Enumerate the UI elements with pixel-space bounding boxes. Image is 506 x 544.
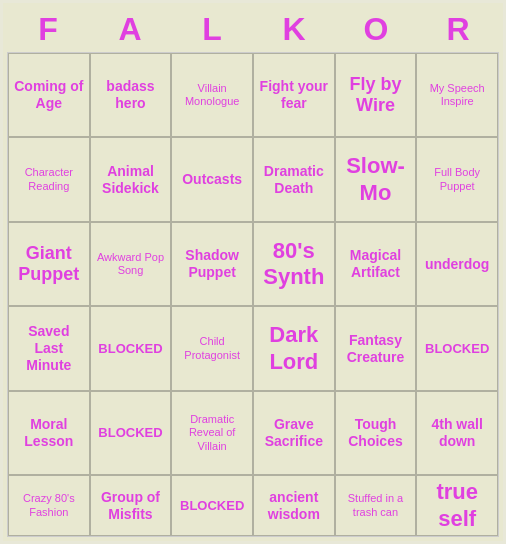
cell-21: Dark Lord (253, 306, 335, 390)
cell-7: Animal Sidekick (90, 137, 172, 221)
cell-23: BLOCKED (416, 306, 498, 390)
header-letter-k: K (256, 11, 332, 48)
cell-1: badass hero (90, 53, 172, 137)
cell-0: Coming of Age (8, 53, 90, 137)
cell-18: Saved Last Minute (8, 306, 90, 390)
cell-8: Outcasts (171, 137, 253, 221)
cell-33: ancient wisdom (253, 475, 335, 536)
cell-17: underdog (416, 222, 498, 306)
cell-15: 80's Synth (253, 222, 335, 306)
cell-19: BLOCKED (90, 306, 172, 390)
header-letter-a: A (92, 11, 168, 48)
cell-31: Group of Misfits (90, 475, 172, 536)
header-letter-f: F (10, 11, 86, 48)
cell-9: Dramatic Death (253, 137, 335, 221)
cell-4: Fly by Wire (335, 53, 417, 137)
cell-34: Stuffed in a trash can (335, 475, 417, 536)
cell-29: 4th wall down (416, 391, 498, 475)
cell-20: Child Protagonist (171, 306, 253, 390)
bingo-card: FALKOR Coming of Agebadass heroVillain M… (3, 3, 503, 541)
cell-28: Tough Choices (335, 391, 417, 475)
cell-30: Crazy 80's Fashion (8, 475, 90, 536)
cell-16: Magical Artifact (335, 222, 417, 306)
cell-11: Full Body Puppet (416, 137, 498, 221)
header-row: FALKOR (7, 7, 499, 52)
cell-24: Moral Lesson (8, 391, 90, 475)
header-letter-l: L (174, 11, 250, 48)
cell-22: Fantasy Creature (335, 306, 417, 390)
bingo-grid: Coming of Agebadass heroVillain Monologu… (7, 52, 499, 537)
cell-32: BLOCKED (171, 475, 253, 536)
cell-13: Awkward Pop Song (90, 222, 172, 306)
cell-25: BLOCKED (90, 391, 172, 475)
cell-10: Slow-Mo (335, 137, 417, 221)
cell-35: true self (416, 475, 498, 536)
cell-3: Fight your fear (253, 53, 335, 137)
cell-27: Grave Sacrifice (253, 391, 335, 475)
cell-6: Character Reading (8, 137, 90, 221)
header-letter-r: R (420, 11, 496, 48)
cell-2: Villain Monologue (171, 53, 253, 137)
cell-14: Shadow Puppet (171, 222, 253, 306)
cell-12: Giant Puppet (8, 222, 90, 306)
header-letter-o: O (338, 11, 414, 48)
cell-5: My Speech Inspire (416, 53, 498, 137)
cell-26: Dramatic Reveal of Villain (171, 391, 253, 475)
